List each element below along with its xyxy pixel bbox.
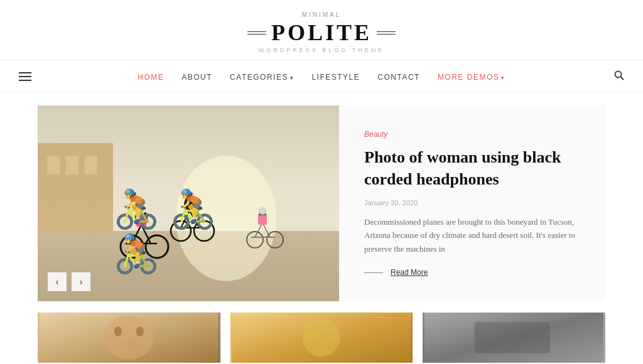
- nav-item-categories[interactable]: CATEGORIES▾: [230, 71, 294, 82]
- minimal-label: MINIMAL: [0, 11, 643, 18]
- svg-line-21: [190, 211, 199, 228]
- svg-point-16: [136, 204, 146, 214]
- thumbnail-3[interactable]: [423, 313, 605, 363]
- svg-point-15: [135, 210, 148, 227]
- nav-item-more-demos[interactable]: MORE DEMOS▾: [438, 71, 505, 82]
- nav-links: HOME ABOUT CATEGORIES▾ LIFESTYLE CONTACT…: [138, 71, 505, 82]
- main-content: ‹ › Beauty Photo of woman using black co…: [0, 105, 643, 363]
- svg-point-40: [303, 319, 340, 356]
- logo-lines-right: [377, 31, 396, 35]
- svg-rect-5: [47, 156, 60, 174]
- svg-point-24: [184, 196, 195, 213]
- hamburger-line-3: [19, 80, 31, 81]
- svg-line-20: [181, 211, 190, 228]
- logo-line-2: [247, 34, 266, 35]
- svg-point-26: [185, 191, 195, 197]
- more-demos-dropdown-arrow: ▾: [501, 75, 505, 81]
- search-icon[interactable]: [614, 70, 624, 83]
- nav-link-about[interactable]: ABOUT: [181, 73, 212, 82]
- hero-section: ‹ › Beauty Photo of woman using black co…: [38, 105, 605, 301]
- slider-controls: ‹ ›: [48, 272, 90, 291]
- categories-dropdown-arrow: ▾: [290, 75, 294, 81]
- svg-point-22: [171, 221, 191, 241]
- svg-point-14: [146, 235, 168, 258]
- logo-line-4: [377, 34, 396, 35]
- nav-link-lifestyle[interactable]: LIFESTYLE: [311, 73, 360, 82]
- svg-line-1: [621, 77, 624, 80]
- hamburger-line-2: [19, 76, 31, 77]
- thumbnail-2[interactable]: [230, 313, 413, 363]
- hero-excerpt: Decommissioned planes are brought to thi…: [364, 215, 580, 255]
- hero-image-wrapper: ‹ ›: [38, 105, 339, 301]
- svg-point-37: [114, 326, 122, 336]
- logo-wrapper: POLITE: [0, 19, 643, 46]
- logo-lines-left: [247, 31, 266, 35]
- nav-link-more-demos[interactable]: MORE DEMOS▾: [438, 73, 505, 82]
- svg-line-28: [255, 223, 262, 237]
- svg-point-17: [136, 203, 147, 211]
- nav-link-contact[interactable]: CONTACT: [377, 73, 420, 82]
- svg-rect-18: [136, 215, 146, 227]
- thumbnail-1[interactable]: [38, 313, 220, 363]
- logo-subtitle: WORDPRESS BLOG THEME: [0, 47, 643, 53]
- main-nav: HOME ABOUT CATEGORIES▾ LIFESTYLE CONTACT…: [0, 60, 643, 93]
- svg-point-30: [247, 232, 263, 248]
- svg-point-33: [259, 207, 266, 215]
- nav-item-home[interactable]: HOME: [138, 71, 164, 82]
- svg-point-0: [615, 71, 622, 77]
- svg-line-12: [141, 225, 151, 244]
- svg-line-11: [132, 225, 141, 244]
- next-slide-button[interactable]: ›: [72, 272, 90, 291]
- svg-rect-6: [66, 156, 78, 174]
- read-more-line: [364, 272, 383, 273]
- svg-point-23: [194, 221, 214, 241]
- logo-title[interactable]: POLITE: [271, 19, 372, 46]
- svg-rect-42: [475, 322, 550, 353]
- nav-item-lifestyle[interactable]: LIFESTYLE: [311, 71, 360, 82]
- read-more-wrapper: Read More: [364, 268, 580, 277]
- nav-link-home[interactable]: HOME: [138, 73, 164, 82]
- site-header: MINIMAL POLITE WORDPRESS BLOG THEME: [0, 0, 643, 60]
- svg-rect-34: [258, 215, 267, 225]
- hero-date: January 30, 2020: [364, 199, 580, 206]
- hamburger-menu[interactable]: [19, 72, 31, 81]
- hero-text-panel: Beauty Photo of woman using black corded…: [339, 105, 605, 301]
- read-more-link[interactable]: Read More: [391, 268, 428, 277]
- hero-title: Photo of woman using black corded headph…: [364, 146, 580, 190]
- svg-point-13: [121, 235, 143, 258]
- nav-item-about[interactable]: ABOUT: [181, 71, 212, 82]
- svg-point-38: [136, 326, 144, 336]
- nav-item-contact[interactable]: CONTACT: [377, 71, 420, 82]
- svg-point-9: [176, 156, 276, 281]
- nav-link-categories[interactable]: CATEGORIES▾: [230, 73, 294, 82]
- svg-rect-7: [85, 156, 97, 174]
- logo-line-1: [247, 31, 266, 32]
- svg-point-36: [104, 316, 154, 360]
- thumbnails-row: [38, 313, 605, 363]
- hero-category[interactable]: Beauty: [364, 130, 580, 139]
- hamburger-line-1: [19, 72, 31, 73]
- prev-slide-button[interactable]: ‹: [48, 272, 67, 291]
- logo-line-3: [377, 31, 396, 32]
- svg-point-25: [185, 191, 194, 200]
